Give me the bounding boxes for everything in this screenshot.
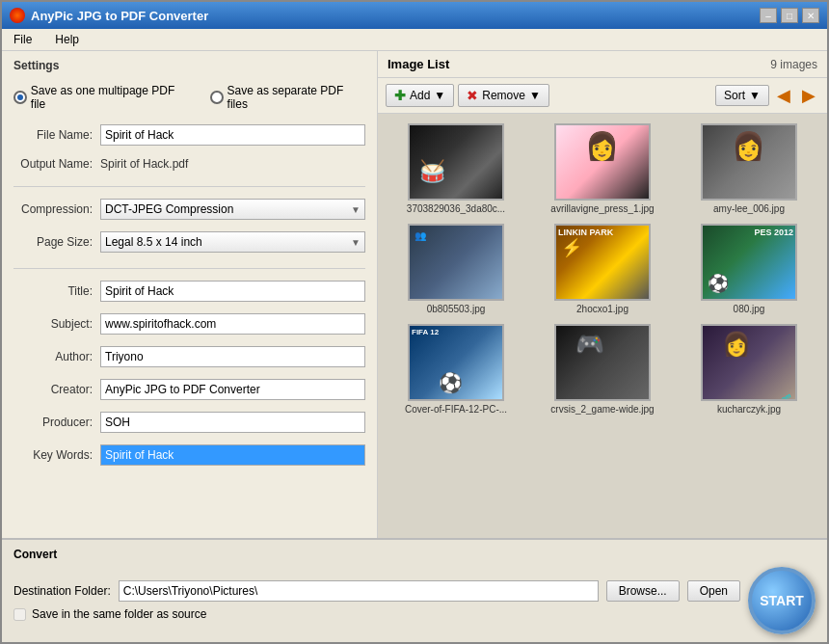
- list-item[interactable]: 👥 0b805503.jpg: [388, 224, 524, 314]
- title-bar: AnyPic JPG to PDF Converter – □ ✕: [2, 2, 827, 29]
- image-caption-8: crvsis_2_game-wide.jpg: [550, 404, 654, 415]
- save-multipage-radio[interactable]: [13, 91, 27, 104]
- list-item[interactable]: FIFA 12 ⚽ Cover-of-FIFA-12-PC-...: [388, 324, 524, 415]
- nav-next-button[interactable]: ▶: [798, 85, 819, 106]
- image-caption-1: 3703829036_3da80c...: [407, 203, 505, 214]
- compression-label: Compression:: [13, 202, 100, 216]
- author-input[interactable]: [100, 346, 365, 367]
- save-multipage-label: Save as one multipage PDF file: [31, 84, 191, 111]
- output-name-value: Spirit of Hack.pdf: [100, 157, 188, 171]
- remove-button[interactable]: ✖ Remove ▼: [458, 84, 549, 107]
- image-list-header: Image List 9 images: [378, 51, 827, 78]
- save-separate-radio[interactable]: [210, 91, 224, 104]
- add-dropdown-icon: ▼: [434, 89, 445, 102]
- list-item[interactable]: LINKIN PARK ⚡ 2hocxo1.jpg: [534, 224, 671, 314]
- list-item[interactable]: 🎮 crvsis_2_game-wide.jpg: [534, 324, 671, 415]
- remove-label: Remove: [482, 89, 525, 102]
- image-thumb-1: 🥁: [408, 123, 504, 201]
- sort-dropdown-icon: ▼: [749, 89, 761, 102]
- image-grid-container[interactable]: 🥁 3703829036_3da80c... 👩 avrillavigne_pr…: [378, 114, 827, 538]
- main-window: AnyPic JPG to PDF Converter – □ ✕ File H…: [0, 0, 829, 644]
- compression-value: DCT-JPEG Compression: [105, 202, 233, 216]
- output-name-row: Output Name: Spirit of Hack.pdf: [13, 157, 365, 171]
- keywords-input[interactable]: [100, 444, 365, 466]
- image-caption-6: 080.jpg: [734, 304, 765, 314]
- image-caption-3: amy-lee_006.jpg: [713, 203, 785, 214]
- file-name-row: File Name:: [13, 124, 365, 146]
- sort-label: Sort: [724, 89, 745, 102]
- add-button[interactable]: ✚ Add ▼: [386, 84, 454, 107]
- settings-title: Settings: [13, 59, 365, 72]
- right-panel: Image List 9 images ✚ Add ▼ ✖ Remove ▼ S…: [378, 51, 827, 538]
- convert-left: Destination Folder: Browse... Open Save …: [13, 580, 740, 621]
- maximize-button[interactable]: □: [781, 8, 798, 23]
- page-size-arrow: ▼: [351, 237, 361, 248]
- settings-panel: Settings Save as one multipage PDF file …: [2, 51, 378, 538]
- page-size-select[interactable]: Legal 8.5 x 14 inch ▼: [100, 231, 365, 253]
- image-thumb-5: LINKIN PARK ⚡: [554, 224, 651, 301]
- close-button[interactable]: ✕: [802, 8, 819, 23]
- image-thumb-7: FIFA 12 ⚽: [408, 324, 504, 401]
- compression-row: Compression: DCT-JPEG Compression ▼: [13, 199, 365, 220]
- output-name-label: Output Name:: [13, 157, 100, 171]
- keywords-row: Key Words:: [13, 444, 365, 466]
- compression-select[interactable]: DCT-JPEG Compression ▼: [100, 199, 365, 220]
- dest-label: Destination Folder:: [13, 584, 111, 598]
- menu-help[interactable]: Help: [51, 31, 83, 48]
- author-row: Author:: [13, 346, 365, 367]
- dest-input[interactable]: [119, 580, 599, 602]
- open-button[interactable]: Open: [687, 580, 740, 602]
- keywords-label: Key Words:: [13, 448, 100, 462]
- list-item[interactable]: 🥁 3703829036_3da80c...: [388, 123, 524, 214]
- image-count: 9 images: [770, 58, 817, 71]
- app-icon: [10, 8, 25, 23]
- image-list-title: Image List: [388, 57, 449, 71]
- main-content: Settings Save as one multipage PDF file …: [2, 51, 827, 538]
- image-caption-2: avrillavigne_press_1.jpg: [550, 203, 654, 214]
- menu-file[interactable]: File: [10, 31, 36, 48]
- creator-label: Creator:: [13, 383, 100, 396]
- title-input[interactable]: [100, 281, 365, 302]
- image-thumb-4: 👥: [408, 224, 504, 301]
- image-thumb-6: PES 2012 ⚽: [701, 224, 797, 301]
- title-row: Title:: [13, 281, 365, 302]
- same-folder-checkbox[interactable]: [13, 608, 26, 621]
- nav-prev-button[interactable]: ◀: [773, 85, 794, 106]
- title-label: Title:: [13, 284, 100, 298]
- page-size-value: Legal 8.5 x 14 inch: [105, 235, 202, 249]
- image-caption-7: Cover-of-FIFA-12-PC-...: [405, 404, 507, 415]
- creator-row: Creator:: [13, 379, 365, 400]
- image-toolbar: ✚ Add ▼ ✖ Remove ▼ Sort ▼ ◀ ▶: [378, 78, 827, 114]
- save-separate-option[interactable]: Save as separate PDF files: [210, 84, 365, 111]
- producer-input[interactable]: [100, 412, 365, 433]
- convert-panel: Convert Destination Folder: Browse... Op…: [2, 538, 827, 642]
- window-title: AnyPic JPG to PDF Converter: [31, 9, 208, 23]
- author-label: Author:: [13, 350, 100, 363]
- subject-input[interactable]: [100, 313, 365, 335]
- image-thumb-9: 👩 www.spiritofhack.com: [701, 324, 797, 401]
- browse-button[interactable]: Browse...: [606, 580, 680, 602]
- remove-icon: ✖: [467, 88, 478, 103]
- image-grid: 🥁 3703829036_3da80c... 👩 avrillavigne_pr…: [388, 123, 817, 415]
- divider-2: [13, 268, 365, 269]
- start-button[interactable]: START: [748, 567, 816, 634]
- image-thumb-8: 🎮: [554, 324, 651, 401]
- window-controls: – □ ✕: [760, 8, 819, 23]
- subject-row: Subject:: [13, 313, 365, 335]
- list-item[interactable]: 👩 amy-lee_006.jpg: [681, 123, 817, 214]
- save-multipage-option[interactable]: Save as one multipage PDF file: [13, 84, 191, 111]
- image-thumb-2: 👩: [554, 123, 651, 201]
- minimize-button[interactable]: –: [760, 8, 777, 23]
- file-name-label: File Name:: [13, 128, 100, 142]
- image-thumb-3: 👩: [701, 123, 797, 201]
- list-item[interactable]: PES 2012 ⚽ 080.jpg: [681, 224, 817, 314]
- sort-button[interactable]: Sort ▼: [715, 85, 769, 106]
- list-item[interactable]: 👩 www.spiritofhack.com kucharczyk.jpg: [681, 324, 817, 415]
- compression-arrow: ▼: [351, 204, 361, 215]
- page-size-row: Page Size: Legal 8.5 x 14 inch ▼: [13, 231, 365, 253]
- add-label: Add: [410, 89, 430, 102]
- file-name-input[interactable]: [100, 124, 365, 146]
- same-folder-row: Save in the same folder as source: [13, 607, 740, 621]
- creator-input[interactable]: [100, 379, 365, 400]
- list-item[interactable]: 👩 avrillavigne_press_1.jpg: [534, 123, 671, 214]
